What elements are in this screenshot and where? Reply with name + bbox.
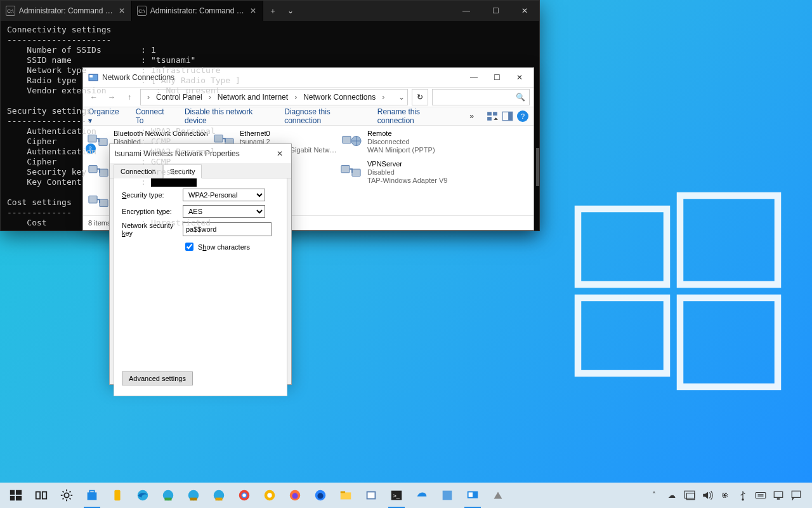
svg-line-42 — [70, 491, 71, 493]
svg-point-34 — [64, 493, 69, 497]
tray-network-icon[interactable] — [773, 490, 784, 501]
tray-volume-icon[interactable] — [702, 490, 713, 501]
tray-app-icon[interactable]: ֎ — [719, 490, 731, 501]
terminal-tab-1-close[interactable]: ✕ — [117, 6, 126, 15]
svg-rect-2 — [578, 298, 667, 373]
terminal-tabstrip: C:\ Administrator: Command Prom ✕ C:\ Ad… — [1, 1, 539, 21]
svg-rect-62 — [341, 492, 351, 499]
svg-point-73 — [742, 498, 743, 500]
task-view-button[interactable] — [29, 483, 53, 508]
svg-rect-65 — [368, 492, 375, 498]
svg-rect-74 — [756, 493, 766, 498]
app-taskbar-icon-3[interactable] — [410, 483, 434, 508]
settings-taskbar-icon[interactable] — [55, 483, 79, 508]
terminal-output[interactable]: Connectivity settings ------------------… — [1, 21, 539, 231]
firefox-taskbar-icon[interactable] — [283, 483, 307, 508]
start-button[interactable] — [4, 483, 28, 508]
tray-overflow-icon[interactable]: ˄ — [648, 490, 660, 501]
svg-point-55 — [242, 493, 246, 497]
svg-line-39 — [63, 491, 64, 493]
edge-beta-taskbar-icon[interactable] — [156, 483, 180, 508]
svg-point-61 — [317, 493, 323, 498]
app-taskbar-icon-2[interactable] — [359, 483, 383, 508]
svg-rect-48 — [165, 498, 172, 501]
svg-rect-52 — [216, 498, 223, 501]
svg-rect-1 — [680, 196, 778, 284]
store-taskbar-icon[interactable] — [80, 483, 104, 508]
tray-keyboard-icon[interactable] — [755, 490, 766, 501]
system-tray: ˄ ☁ ֎ — [648, 490, 808, 501]
svg-point-59 — [292, 493, 298, 498]
edge-taskbar-icon[interactable] — [131, 483, 155, 508]
terminal-scrollbar-thumb[interactable] — [536, 148, 539, 186]
chrome-canary-taskbar-icon[interactable] — [258, 483, 282, 508]
redacted-key — [151, 178, 197, 187]
svg-text:>_: >_ — [393, 493, 400, 499]
svg-line-41 — [63, 498, 64, 500]
terminal-tab-2-close[interactable]: ✕ — [249, 6, 258, 15]
terminal-window: C:\ Administrator: Command Prom ✕ C:\ Ad… — [0, 0, 540, 231]
explorer-taskbar-icon[interactable] — [334, 483, 358, 508]
cmd-icon: C:\ — [137, 6, 147, 16]
term-minimize-button[interactable]: ― — [452, 1, 481, 21]
label-show-characters: Show characters — [198, 243, 250, 251]
terminal-tab-2-title: Administrator: Command Prom — [150, 6, 245, 15]
tray-usb-icon[interactable] — [737, 490, 749, 501]
svg-rect-3 — [680, 298, 778, 387]
svg-rect-50 — [190, 498, 197, 501]
edge-canary-taskbar-icon[interactable] — [207, 483, 231, 508]
tray-onedrive-icon[interactable]: ☁ — [666, 490, 678, 501]
terminal-tab-1-title: Administrator: Command Prom — [19, 6, 114, 15]
desktop-windows-logo — [565, 178, 787, 400]
terminal-new-tab-button[interactable]: ＋ — [263, 1, 282, 21]
edge-dev-taskbar-icon[interactable] — [181, 483, 206, 508]
svg-rect-30 — [10, 496, 15, 500]
app-taskbar-icon-4[interactable] — [435, 483, 459, 508]
chrome-taskbar-icon[interactable] — [232, 483, 256, 508]
svg-line-40 — [70, 498, 71, 500]
term-maximize-button[interactable]: ☐ — [481, 1, 510, 21]
svg-rect-31 — [16, 496, 22, 500]
tray-action-center-icon[interactable] — [790, 490, 802, 501]
terminal-tab-1[interactable]: C:\ Administrator: Command Prom ✕ — [1, 1, 132, 21]
cmd-icon: C:\ — [6, 6, 15, 16]
svg-rect-0 — [578, 209, 667, 284]
svg-rect-70 — [469, 492, 473, 497]
svg-rect-28 — [10, 490, 15, 495]
svg-point-57 — [267, 493, 272, 497]
show-characters-checkbox[interactable] — [185, 243, 193, 251]
svg-rect-44 — [89, 491, 94, 493]
svg-rect-63 — [341, 491, 345, 493]
app-taskbar-icon-1[interactable] — [105, 483, 129, 508]
taskbar: >_ ˄ ☁ ֎ — [0, 483, 812, 508]
app-taskbar-icon-6[interactable] — [486, 483, 510, 508]
svg-rect-71 — [684, 491, 695, 498]
svg-rect-32 — [36, 492, 40, 499]
tray-display-icon[interactable] — [684, 490, 695, 501]
app-taskbar-icon-5[interactable] — [461, 483, 485, 508]
term-close-button[interactable]: ✕ — [510, 1, 539, 21]
terminal-tab-dropdown[interactable]: ⌄ — [282, 1, 299, 21]
svg-rect-33 — [43, 492, 46, 499]
svg-rect-77 — [774, 491, 783, 497]
svg-rect-45 — [114, 490, 120, 501]
terminal-taskbar-icon[interactable]: >_ — [384, 483, 409, 508]
svg-rect-29 — [16, 490, 22, 495]
advanced-settings-button[interactable]: Advanced settings — [122, 371, 193, 385]
svg-rect-72 — [687, 493, 695, 500]
svg-rect-68 — [443, 491, 452, 500]
firefox-dev-taskbar-icon[interactable] — [308, 483, 332, 508]
svg-rect-79 — [792, 491, 801, 497]
terminal-tab-2[interactable]: C:\ Administrator: Command Prom ✕ — [132, 1, 263, 21]
